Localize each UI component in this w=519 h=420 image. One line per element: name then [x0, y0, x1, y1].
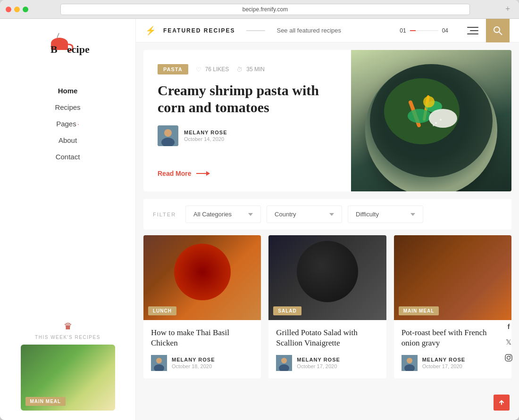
recipe-tag-2: SALAD — [273, 306, 301, 315]
minimize-button[interactable] — [14, 7, 20, 12]
sidebar: ecipe B Home Recipes Pages About Contact… — [0, 19, 136, 420]
hero-author-name: MELANY ROSE — [184, 130, 227, 135]
recipe-author-date-2: October 17, 2020 — [297, 363, 340, 369]
recipe-tag-1: LUNCH — [148, 306, 176, 315]
sidebar-item-home[interactable]: Home — [58, 87, 78, 95]
svg-point-17 — [435, 122, 437, 124]
recipe-body-1: How to make Thai Basil Chicken MELA — [143, 320, 261, 379]
svg-rect-29 — [505, 354, 512, 361]
slide-fill — [410, 30, 416, 31]
avatar-svg-1 — [151, 355, 167, 371]
hero-image — [351, 50, 511, 191]
instagram-svg — [505, 354, 512, 362]
weekly-label: THIS WEEK'S RECIPES — [9, 335, 126, 340]
category-filter[interactable]: All Categories — [185, 206, 261, 223]
facebook-icon[interactable]: f — [508, 322, 510, 330]
arrow-right-icon — [196, 173, 209, 174]
recipe-tag-3: MAIN MEAL — [399, 306, 439, 315]
svg-point-7 — [164, 129, 172, 137]
svg-point-31 — [510, 355, 511, 356]
hero-author-row: MELANY ROSE October 14, 2020 — [158, 125, 337, 146]
svg-point-19 — [433, 124, 435, 126]
scroll-top-button[interactable] — [494, 395, 510, 411]
read-more-button[interactable]: Read More — [158, 170, 209, 177]
recipe-author-name-1: MELANY ROSE — [172, 357, 215, 362]
svg-point-13 — [408, 109, 431, 123]
recipe-avatar-2 — [276, 355, 292, 371]
recipe-grid: LUNCH How to make Thai Basil Chicken — [143, 235, 511, 379]
svg-point-21 — [156, 358, 162, 363]
recipe-title-3: Pot-roast beef with French onion gravy — [402, 328, 504, 348]
app-container: ecipe B Home Recipes Pages About Contact… — [0, 19, 519, 420]
svg-text:B: B — [50, 43, 58, 55]
section-title: FEATURED RECIPES — [163, 27, 235, 34]
sidebar-item-pages[interactable]: Pages — [56, 120, 79, 128]
hero-bowl-svg — [351, 50, 511, 191]
hero-likes-count: 76 LIKES — [205, 66, 229, 73]
sidebar-weekly: ♛ THIS WEEK'S RECIPES MAIN MEAL — [0, 311, 135, 420]
recipe-thumb-1: LUNCH — [143, 235, 261, 320]
recipe-author-3: MELANY ROSE October 17, 2020 — [402, 355, 504, 371]
address-bar[interactable]: becipe.frenify.com — [60, 4, 470, 15]
arrow-up-icon — [498, 399, 505, 406]
svg-line-5 — [499, 32, 502, 35]
sidebar-nav: Home Recipes Pages About Contact — [0, 87, 135, 161]
close-button[interactable] — [6, 7, 11, 12]
avatar-svg-3 — [402, 355, 418, 371]
country-chevron-icon — [329, 213, 334, 216]
slide-progress-bar — [410, 30, 438, 31]
hero-food-art — [351, 50, 511, 191]
svg-point-4 — [494, 27, 500, 33]
slide-total: 04 — [442, 27, 448, 34]
category-filter-label: All Categories — [193, 211, 232, 218]
recipe-card-3[interactable]: MAIN MEAL Pot-roast beef with French oni… — [394, 235, 511, 379]
instagram-icon[interactable] — [505, 354, 512, 363]
hero-tag: PASTA — [158, 64, 188, 74]
maximize-button[interactable] — [23, 7, 28, 12]
hero-likes: ♡ 76 LIKES — [196, 66, 229, 73]
url-text: becipe.frenify.com — [243, 6, 288, 13]
recipe-card-1[interactable]: LUNCH How to make Thai Basil Chicken — [143, 235, 261, 379]
see-all-link[interactable]: See all featured recipes — [276, 27, 341, 34]
sidebar-item-about[interactable]: About — [59, 136, 77, 144]
weekly-thumb[interactable]: MAIN MEAL — [21, 345, 115, 411]
svg-text:ecipe: ecipe — [67, 43, 90, 55]
sidebar-item-recipes[interactable]: Recipes — [55, 103, 80, 111]
logo-area: ecipe B — [0, 19, 135, 73]
hero-title: Creamy shrimp pasta with corn and tomato… — [158, 82, 337, 116]
hamburger-button[interactable] — [460, 21, 478, 40]
recipe-title-1: How to make Thai Basil Chicken — [151, 328, 253, 348]
sidebar-item-contact[interactable]: Contact — [56, 153, 80, 161]
recipe-author-name-3: MELANY ROSE — [422, 357, 465, 362]
recipe-thumb-2: SALAD — [268, 235, 386, 320]
lightning-icon: ⚡ — [145, 25, 156, 36]
difficulty-filter-label: Difficulty — [356, 211, 379, 218]
avatar-image — [158, 125, 178, 146]
hero-author-info: MELANY ROSE October 14, 2020 — [184, 130, 227, 142]
svg-point-27 — [407, 358, 412, 363]
new-tab-button[interactable]: + — [502, 4, 513, 15]
category-chevron-icon — [248, 213, 253, 216]
topbar-right: 01 04 — [400, 19, 510, 42]
recipe-author-info-2: MELANY ROSE October 17, 2020 — [297, 357, 340, 369]
recipe-avatar-1 — [151, 355, 167, 371]
main-content: ⚡ FEATURED RECIPES See all featured reci… — [136, 19, 519, 420]
recipe-card-2[interactable]: SALAD Grilled Potato Salad with Scallion… — [268, 235, 386, 379]
recipe-avatar-3 — [402, 355, 418, 371]
filter-bar: FILTER All Categories Country Difficulty — [143, 199, 511, 230]
svg-point-24 — [281, 358, 287, 363]
read-more-label: Read More — [158, 170, 192, 177]
twitter-icon[interactable]: 𝕏 — [506, 338, 511, 346]
difficulty-filter[interactable]: Difficulty — [348, 206, 423, 223]
svg-point-30 — [507, 356, 511, 360]
svg-point-16 — [423, 96, 435, 107]
country-filter[interactable]: Country — [267, 206, 342, 223]
hero-time: ⏱ 35 MIN — [236, 66, 265, 73]
ham-line-1 — [467, 27, 478, 28]
topbar: ⚡ FEATURED RECIPES See all featured reci… — [136, 19, 519, 42]
search-button[interactable] — [486, 19, 510, 42]
hero-author-date: October 14, 2020 — [184, 136, 227, 142]
logo-svg: ecipe B — [40, 33, 96, 61]
hero-tags: PASTA ♡ 76 LIKES ⏱ 35 MIN — [158, 64, 337, 74]
slide-counter: 01 04 — [400, 27, 448, 34]
